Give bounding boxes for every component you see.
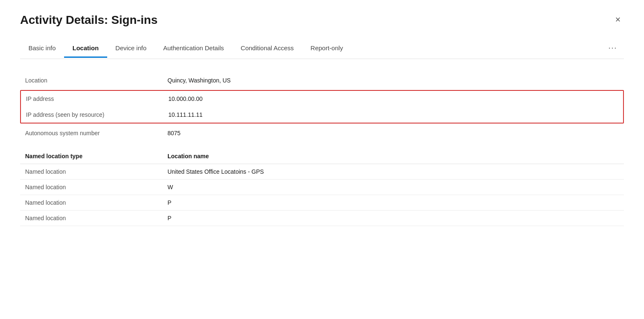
tab-authentication-details[interactable]: Authentication Details bbox=[155, 39, 232, 58]
ip-address-label: IP address bbox=[26, 95, 168, 102]
tab-device-info[interactable]: Device info bbox=[107, 39, 155, 58]
tabs-container: Basic info Location Device info Authenti… bbox=[20, 39, 624, 59]
location-row: Location Quincy, Washington, US bbox=[20, 72, 624, 88]
tab-report-only[interactable]: Report-only bbox=[302, 39, 352, 58]
named-location-type-3: Named location bbox=[25, 215, 167, 221]
autonomous-system-row: Autonomous system number 8075 bbox=[20, 125, 624, 141]
named-location-table-header: Named location type Location name bbox=[20, 149, 624, 164]
location-name-3: P bbox=[167, 215, 171, 221]
autonomous-system-label: Autonomous system number bbox=[25, 130, 167, 136]
tab-basic-info[interactable]: Basic info bbox=[20, 39, 64, 58]
ip-address-value: 10.000.00.00 bbox=[168, 95, 203, 102]
ip-address-row: IP address 10.000.00.00 bbox=[21, 91, 623, 107]
ip-address-resource-row: IP address (seen by resource) 10.111.11.… bbox=[21, 107, 623, 123]
named-location-row-0: Named location United States Office Loca… bbox=[20, 164, 624, 180]
autonomous-system-value: 8075 bbox=[167, 130, 180, 136]
named-location-type-1: Named location bbox=[25, 184, 167, 190]
ip-address-resource-value: 10.111.11.11 bbox=[168, 111, 203, 118]
named-location-type-0: Named location bbox=[25, 168, 167, 175]
location-name-header: Location name bbox=[167, 153, 209, 160]
ip-address-resource-label: IP address (seen by resource) bbox=[26, 111, 168, 118]
named-location-row-3: Named location P bbox=[20, 211, 624, 226]
tab-conditional-access[interactable]: Conditional Access bbox=[232, 39, 302, 58]
activity-details-panel: Activity Details: Sign-ins × Basic info … bbox=[0, 0, 644, 319]
named-location-type-2: Named location bbox=[25, 199, 167, 206]
location-name-0: United States Office Locatoins - GPS bbox=[167, 168, 264, 175]
tab-more-button[interactable]: ··· bbox=[602, 39, 624, 59]
tab-location[interactable]: Location bbox=[64, 39, 107, 58]
ip-highlighted-box: IP address 10.000.00.00 IP address (seen… bbox=[20, 90, 624, 123]
named-location-row-2: Named location P bbox=[20, 195, 624, 211]
section-gap bbox=[20, 141, 624, 149]
named-location-row-1: Named location W bbox=[20, 180, 624, 195]
panel-title: Activity Details: Sign-ins bbox=[20, 13, 157, 27]
location-name-2: P bbox=[167, 199, 171, 206]
close-button[interactable]: × bbox=[612, 13, 624, 26]
tab-content: Location Quincy, Washington, US IP addre… bbox=[20, 69, 624, 229]
named-location-type-header: Named location type bbox=[25, 153, 167, 160]
location-name-1: W bbox=[167, 184, 173, 190]
location-label: Location bbox=[25, 77, 167, 84]
location-value: Quincy, Washington, US bbox=[167, 77, 231, 84]
panel-header: Activity Details: Sign-ins × bbox=[20, 13, 624, 27]
